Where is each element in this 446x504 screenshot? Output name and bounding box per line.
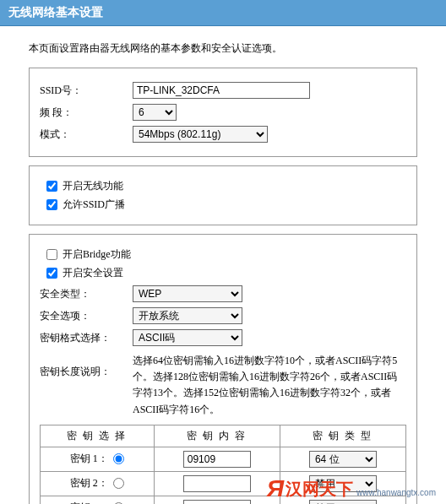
content-area: 本页面设置路由器无线网络的基本参数和安全认证选项。 SSID号： 频 段： 6 …: [0, 26, 446, 504]
security-type-label: 安全类型：: [40, 287, 133, 301]
key-format-label: 密钥格式选择：: [40, 331, 133, 345]
mode-select[interactable]: 54Mbps (802.11g): [133, 126, 268, 143]
security-option-select[interactable]: 开放系统: [133, 307, 242, 324]
key-length-label: 密钥长度说明：: [40, 353, 133, 418]
band-label: 频 段：: [40, 106, 133, 120]
key-content-input[interactable]: [183, 475, 251, 492]
key-type-select[interactable]: 64 位: [309, 451, 377, 468]
key-length-description: 选择64位密钥需输入16进制数字符10个，或者ASCII码字符5个。选择128位…: [133, 353, 406, 418]
key-format-select[interactable]: ASCII码: [133, 329, 242, 346]
ssid-input[interactable]: [133, 82, 310, 99]
allow-ssid-broadcast-label: 允许SSID广播: [63, 198, 125, 212]
table-row: 密钥 1：64 位: [41, 447, 406, 471]
key-label: 密钥 3：: [70, 501, 108, 504]
key-select-radio[interactable]: [113, 478, 124, 489]
key-select-radio[interactable]: [113, 453, 124, 464]
allow-ssid-broadcast-checkbox[interactable]: [46, 199, 57, 210]
keytable-header-type: 密 钥 类 型: [280, 425, 405, 447]
logo-swirl-icon: Я: [267, 475, 284, 502]
enable-bridge-label: 开启Bridge功能: [63, 247, 131, 262]
key-label: 密钥 1：: [70, 452, 108, 466]
intro-text: 本页面设置路由器无线网络的基本参数和安全认证选项。: [29, 41, 417, 56]
key-label: 密钥 2：: [70, 476, 108, 490]
enable-security-checkbox[interactable]: [46, 268, 57, 279]
wireless-toggle-panel: 开启无线功能 允许SSID广播: [29, 165, 417, 225]
keytable-header-select: 密 钥 选 择: [41, 425, 155, 447]
security-type-select[interactable]: WEP: [133, 285, 242, 302]
page-title: 无线网络基本设置: [0, 0, 446, 26]
key-content-input[interactable]: [183, 500, 251, 504]
logo-text: 汉网天下: [286, 478, 353, 501]
enable-bridge-checkbox[interactable]: [46, 249, 57, 260]
basic-panel: SSID号： 频 段： 6 模式： 54Mbps (802.11g): [29, 68, 417, 157]
security-option-label: 安全选项：: [40, 309, 133, 323]
enable-wireless-label: 开启无线功能: [63, 179, 123, 193]
keytable-header-content: 密 钥 内 容: [154, 425, 280, 447]
ssid-label: SSID号：: [40, 84, 133, 98]
enable-security-label: 开启安全设置: [63, 266, 123, 280]
band-select[interactable]: 6: [133, 104, 177, 121]
security-panel: 开启Bridge功能 开启安全设置 安全类型： WEP 安全选项： 开放系统: [29, 234, 417, 504]
enable-wireless-checkbox[interactable]: [46, 181, 57, 192]
router-settings-page: 无线网络基本设置 本页面设置路由器无线网络的基本参数和安全认证选项。 SSID号…: [0, 0, 446, 504]
brand-logo: Я 汉网天下 www.hanwangtx.com: [267, 475, 436, 502]
mode-label: 模式：: [40, 127, 133, 142]
logo-url: www.hanwangtx.com: [356, 488, 436, 497]
key-content-input[interactable]: [183, 451, 251, 468]
